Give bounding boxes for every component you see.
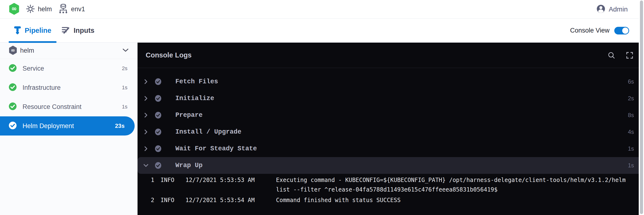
chevron-right-icon[interactable] — [143, 129, 148, 135]
console-step-duration: 2s — [628, 95, 634, 102]
success-check-icon — [8, 64, 17, 73]
console-step-initialize[interactable]: Initialize 2s — [138, 90, 644, 107]
tab-pipeline-label: Pipeline — [25, 26, 51, 34]
console-step-name: Fetch Files — [176, 78, 218, 85]
console-step-list: Fetch Files 6s Initialize 2s — [138, 68, 644, 174]
tab-inputs[interactable]: Inputs — [56, 19, 100, 42]
fullscreen-icon[interactable] — [626, 51, 634, 59]
console-step-duration: 1s — [628, 162, 634, 169]
console-step-name: Initialize — [176, 95, 214, 102]
step-label: Service — [22, 65, 44, 72]
step-label: Helm Deployment — [22, 122, 74, 130]
pipeline-sidebar: ∞ helm Service 2s Infrastructure — [0, 43, 138, 215]
console-step-duration: 1s — [628, 145, 634, 152]
log-line: 1 INFO 12/7/2021 5:53:53 AM Executing co… — [149, 175, 634, 195]
chevron-down-icon[interactable] — [143, 164, 148, 167]
breadcrumb: ∞ helm — [8, 3, 85, 16]
console-step-fetch-files[interactable]: Fetch Files 6s — [138, 73, 644, 90]
tab-bar: Pipeline Inputs Console View — [0, 19, 644, 43]
svg-text:∞: ∞ — [11, 47, 15, 53]
pipeline-group-row[interactable]: ∞ helm — [0, 43, 138, 59]
step-label: Infrastructure — [22, 84, 60, 91]
console-step-wrap-up[interactable]: Wrap Up 1s — [138, 157, 644, 174]
log-level: INFO — [160, 195, 177, 205]
harness-logo: ∞ — [8, 3, 20, 16]
success-check-icon — [8, 121, 17, 131]
console-step-prepare[interactable]: Prepare 8s — [138, 107, 644, 124]
pipeline-hexagon-icon: ∞ — [8, 45, 17, 56]
log-line-number: 2 — [149, 195, 154, 205]
log-output: 1 INFO 12/7/2021 5:53:53 AM Executing co… — [138, 174, 644, 206]
pipeline-name: helm — [20, 47, 34, 54]
success-check-icon — [8, 102, 17, 111]
check-circle-icon — [155, 162, 162, 169]
page-scrollbar[interactable] — [639, 0, 644, 215]
console-view-label: Console View — [570, 27, 610, 34]
console-step-duration: 8s — [628, 112, 634, 119]
pipeline-icon — [14, 26, 21, 35]
chevron-right-icon[interactable] — [143, 96, 148, 101]
console-step-duration: 6s — [628, 78, 634, 85]
chevron-right-icon[interactable] — [143, 146, 148, 151]
tab-inputs-label: Inputs — [74, 26, 94, 34]
console-title: Console Logs — [146, 51, 192, 59]
console-step-duration: 4s — [628, 129, 634, 135]
console-view-toggle[interactable] — [614, 27, 629, 34]
log-message: Executing command - KUBECONFIG=${KUBECON… — [276, 175, 626, 195]
user-menu[interactable]: Admin — [596, 4, 628, 14]
environment-name[interactable]: env1 — [71, 5, 85, 13]
console-step-name: Wait For Steady State — [176, 145, 257, 152]
chevron-down-icon[interactable] — [122, 48, 129, 53]
project-name[interactable]: helm — [38, 5, 52, 13]
console-step-name: Wrap Up — [176, 162, 202, 169]
toggle-knob — [622, 27, 628, 34]
inputs-icon — [62, 26, 70, 35]
log-timestamp: 12/7/2021 5:53:53 AM — [186, 175, 267, 195]
log-line: 2 INFO 12/7/2021 5:53:54 AM Command fini… — [149, 195, 634, 205]
active-tab-underline — [8, 41, 56, 43]
sidebar-step-resource-constraint[interactable]: Resource Constraint 1s — [0, 97, 138, 116]
log-line-number: 1 — [149, 175, 154, 195]
avatar-icon — [596, 4, 606, 14]
console-step-name: Install / Upgrade — [176, 128, 241, 136]
user-name: Admin — [609, 5, 628, 13]
environment-icon — [58, 3, 68, 15]
step-label: Resource Constraint — [22, 103, 82, 111]
search-icon[interactable] — [608, 51, 615, 59]
step-duration: 23s — [115, 123, 124, 129]
success-check-icon — [8, 83, 17, 92]
tab-pipeline[interactable]: Pipeline — [8, 19, 56, 42]
check-circle-icon — [155, 95, 162, 102]
chevron-right-icon[interactable] — [143, 79, 148, 84]
sidebar-step-helm-deployment[interactable]: Helm Deployment 23s — [0, 116, 135, 136]
check-circle-icon — [155, 128, 162, 136]
top-bar: ∞ helm — [0, 0, 644, 19]
log-timestamp: 12/7/2021 5:53:54 AM — [186, 195, 267, 205]
console-step-install-upgrade[interactable]: Install / Upgrade 4s — [138, 124, 644, 140]
check-circle-icon — [155, 145, 162, 152]
console-step-name: Prepare — [176, 112, 202, 119]
sidebar-step-infrastructure[interactable]: Infrastructure 1s — [0, 78, 138, 97]
console-step-wait-for-steady-state[interactable]: Wait For Steady State 1s — [138, 140, 644, 157]
check-circle-icon — [155, 78, 162, 85]
scrollbar-thumb[interactable] — [640, 0, 643, 214]
check-circle-icon — [155, 112, 162, 119]
sidebar-step-service[interactable]: Service 2s — [0, 59, 138, 78]
chevron-right-icon[interactable] — [143, 113, 148, 118]
gear-icon[interactable] — [26, 4, 35, 14]
step-duration: 2s — [122, 65, 128, 72]
log-level: INFO — [160, 175, 177, 195]
console-header: Console Logs — [138, 43, 644, 68]
svg-text:∞: ∞ — [12, 5, 17, 12]
step-duration: 1s — [122, 104, 128, 110]
step-duration: 1s — [122, 84, 128, 91]
console-panel: Console Logs — [138, 43, 644, 215]
log-message: Command finished with status SUCCESS — [276, 195, 400, 205]
